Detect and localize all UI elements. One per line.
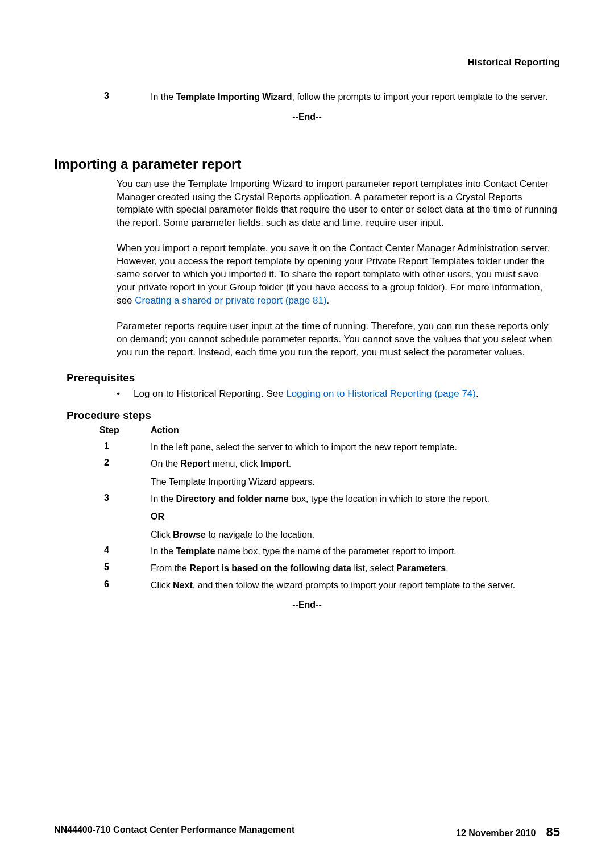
wizard-name: Template Importing Wizard <box>176 92 292 102</box>
step-number: 3 <box>54 91 151 103</box>
page-footer: NN44400-710 Contact Center Performance M… <box>54 825 560 840</box>
page-header-section: Historical Reporting <box>54 57 560 68</box>
list-name: Report is based on the following data <box>189 563 351 573</box>
footer-doc-id: NN44400-710 Contact Center Performance M… <box>54 825 294 840</box>
procedure-steps-heading: Procedure steps <box>67 409 560 422</box>
step-number: 5 <box>54 562 151 575</box>
step-6: 6 Click Next, and then follow the wizard… <box>54 579 560 592</box>
text: Click <box>151 580 173 590</box>
step-4: 4 In the Template name box, type the nam… <box>54 545 560 558</box>
action-name: Import <box>260 459 289 468</box>
step-5: 5 From the Report is based on the follow… <box>54 562 560 575</box>
step-action: On the Report menu, click Import. The Te… <box>151 458 560 488</box>
paragraph-2: When you import a report template, you s… <box>117 242 560 308</box>
text: . <box>446 563 448 573</box>
step-action-text: In the Template Importing Wizard, follow… <box>151 91 560 103</box>
procedure-columns: Step Action <box>54 425 560 435</box>
paragraph-3: Parameter reports require user input at … <box>117 320 560 359</box>
text: name box, type the name of the parameter… <box>215 546 457 556</box>
section-heading: Importing a parameter report <box>54 156 560 172</box>
text: In the <box>151 92 176 102</box>
text: On the <box>151 459 180 468</box>
step-action: In the Template name box, type the name … <box>151 545 560 558</box>
link-logging-on[interactable]: Logging on to Historical Reporting (page… <box>286 388 476 399</box>
end-marker: --End-- <box>54 112 560 122</box>
col-action: Action <box>151 425 560 435</box>
step-2: 2 On the Report menu, click Import. The … <box>54 458 560 488</box>
text: In the <box>151 494 176 504</box>
text: In the <box>151 546 176 556</box>
field-name: Template <box>176 546 215 556</box>
step-3: 3 In the Directory and folder name box, … <box>54 493 560 541</box>
step-action: From the Report is based on the followin… <box>151 562 560 575</box>
or-label: OR <box>151 510 560 523</box>
text: . <box>327 295 330 306</box>
button-name: Browse <box>173 530 206 539</box>
step-number: 4 <box>54 545 151 558</box>
text: From the <box>151 563 189 573</box>
sub-text: The Template Importing Wizard appears. <box>151 476 560 488</box>
bullet-text: Log on to Historical Reporting. See Logg… <box>134 388 479 401</box>
step-number: 3 <box>54 493 151 541</box>
text: box, type the location in which to store… <box>289 494 489 504</box>
text: Log on to Historical Reporting. See <box>134 388 286 399</box>
bullet-dot: • <box>117 388 134 401</box>
button-name: Next <box>173 580 193 590</box>
step-action: In the left pane, select the server to w… <box>151 441 560 454</box>
step-action: In the Directory and folder name box, ty… <box>151 493 560 541</box>
text: to navigate to the location. <box>206 530 314 539</box>
footer-date: 12 November 2010 <box>456 828 536 838</box>
prerequisite-bullet: • Log on to Historical Reporting. See Lo… <box>117 388 560 401</box>
step-action: Click Next, and then follow the wizard p… <box>151 579 560 592</box>
col-step: Step <box>54 425 151 435</box>
prerequisites-heading: Prerequisites <box>67 372 560 384</box>
text: . <box>289 459 291 468</box>
text: list, select <box>351 563 396 573</box>
text: . <box>476 388 479 399</box>
sub-text: Click Browse to navigate to the location… <box>151 529 560 541</box>
text: , and then follow the wizard prompts to … <box>193 580 515 590</box>
text: , follow the prompts to import your repo… <box>292 92 548 102</box>
paragraph-1: You can use the Template Importing Wizar… <box>117 178 560 230</box>
option-name: Parameters <box>396 563 446 573</box>
step-number: 2 <box>54 458 151 488</box>
footer-right: 12 November 2010 85 <box>456 825 560 840</box>
step-1: 1 In the left pane, select the server to… <box>54 441 560 454</box>
step-number: 6 <box>54 579 151 592</box>
end-marker: --End-- <box>54 600 560 610</box>
text: Click <box>151 530 173 539</box>
menu-name: Report <box>180 459 210 468</box>
link-creating-shared-report[interactable]: Creating a shared or private report (pag… <box>135 295 326 306</box>
top-step-3: 3 In the Template Importing Wizard, foll… <box>54 91 560 103</box>
field-name: Directory and folder name <box>176 494 288 504</box>
step-number: 1 <box>54 441 151 454</box>
page-number: 85 <box>546 825 560 840</box>
text: menu, click <box>210 459 260 468</box>
